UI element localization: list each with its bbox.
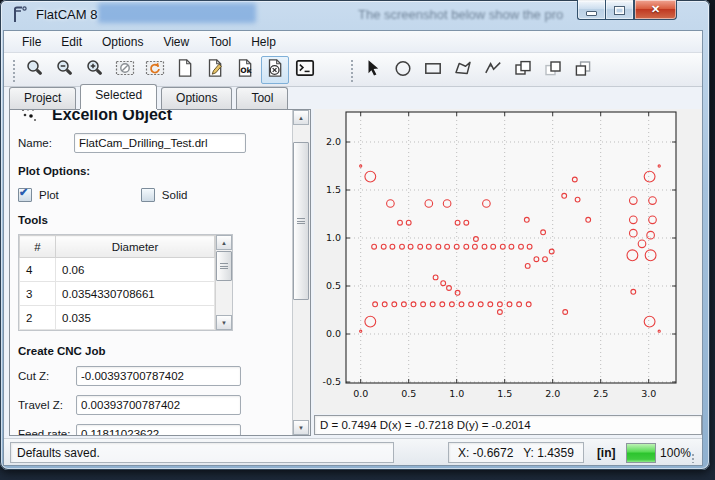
- tab-options[interactable]: Options: [161, 87, 232, 109]
- plot-column: 0.00.51.01.52.02.53.0-0.50.00.51.01.52.0…: [314, 109, 702, 436]
- draw-polygon-button[interactable]: [449, 56, 477, 84]
- menu-tool[interactable]: Tool: [199, 32, 241, 52]
- plot-checkbox[interactable]: Plot: [18, 188, 59, 202]
- zoom-fit-button[interactable]: [21, 56, 49, 84]
- draw-polyline-button[interactable]: [479, 56, 507, 84]
- clear-plot-icon: [115, 58, 135, 82]
- union-button[interactable]: [509, 56, 537, 84]
- table-cell[interactable]: 4: [20, 258, 56, 282]
- minimize-icon: [586, 11, 597, 16]
- table-row[interactable]: 30.0354330708661: [20, 282, 215, 306]
- tab-project[interactable]: Project: [9, 87, 76, 109]
- table-scrollbar[interactable]: ▲ ▼: [215, 235, 232, 330]
- svg-text:1.5: 1.5: [497, 388, 512, 399]
- svg-text:1.0: 1.0: [449, 388, 464, 399]
- solid-checkbox[interactable]: Solid: [141, 188, 188, 202]
- menu-help[interactable]: Help: [241, 32, 286, 52]
- delete-object-icon: [265, 58, 285, 82]
- toolbar-grip[interactable]: [349, 58, 355, 82]
- client-area: FileEditOptionsViewToolHelp Ok ProjectSe…: [3, 30, 703, 466]
- table-row[interactable]: 40.06: [20, 258, 215, 282]
- tab-tool[interactable]: Tool: [236, 87, 288, 109]
- name-label: Name:: [18, 137, 74, 149]
- toolbar-grip[interactable]: [11, 58, 17, 82]
- cut-button[interactable]: [569, 56, 597, 84]
- zoom-fit-icon: [25, 58, 45, 82]
- new-project-icon: [175, 58, 195, 82]
- shell-button[interactable]: [291, 56, 319, 84]
- subtract-button[interactable]: [539, 56, 567, 84]
- plot-checkbox-box[interactable]: [18, 188, 32, 202]
- table-scroll-thumb[interactable]: [216, 251, 232, 281]
- edit-project-icon: [205, 58, 225, 82]
- solid-checkbox-box[interactable]: [141, 188, 155, 202]
- coordinates-display: X: -0.6672 Y: 1.4359: [448, 442, 584, 463]
- column-header-diameter[interactable]: Diameter: [56, 236, 215, 258]
- resize-grip-icon[interactable]: [691, 453, 696, 463]
- ok-object-button[interactable]: Ok: [231, 56, 259, 84]
- svg-text:1.0: 1.0: [326, 232, 341, 243]
- tab-bar: ProjectSelectedOptionsTool: [4, 87, 702, 109]
- draw-circle-icon: [393, 58, 413, 82]
- cnc-field-input-0[interactable]: [76, 366, 241, 386]
- zoom-in-button[interactable]: [81, 56, 109, 84]
- menu-bar: FileEditOptionsViewToolHelp: [4, 31, 702, 53]
- excellon-form: Excellon Object Name: Plot Options: Plot: [10, 110, 292, 435]
- tools-table: #Diameter40.0630.035433070866120.035 ▲ ▼: [18, 234, 233, 331]
- progress-bar: [626, 443, 657, 463]
- table-scroll-up-icon[interactable]: ▲: [216, 235, 232, 250]
- svg-text:0.0: 0.0: [326, 328, 341, 339]
- zoom-out-button[interactable]: [51, 56, 79, 84]
- status-message: Defaults saved.: [10, 442, 394, 463]
- select-button[interactable]: [359, 56, 387, 84]
- delete-object-button[interactable]: [261, 56, 289, 84]
- title-bar[interactable]: The screenshot below show the pro FlatCA…: [0, 0, 710, 30]
- flatcam-logo-icon: [11, 5, 30, 24]
- minimize-button[interactable]: [577, 0, 605, 20]
- close-button[interactable]: ✕: [634, 0, 677, 20]
- table-scroll-down-icon[interactable]: ▼: [216, 315, 232, 330]
- table-cell[interactable]: 0.035: [56, 306, 215, 330]
- panel-scrollbar[interactable]: ▲ ▼: [292, 110, 310, 435]
- replot-button[interactable]: [141, 56, 169, 84]
- table-row[interactable]: 20.035: [20, 306, 215, 330]
- column-header-number[interactable]: #: [20, 236, 56, 258]
- tab-selected[interactable]: Selected: [80, 84, 157, 109]
- close-icon: ✕: [651, 3, 660, 16]
- excellon-drill-icon: [20, 110, 38, 124]
- table-cell[interactable]: 0.0354330708661: [56, 282, 215, 306]
- svg-text:0.5: 0.5: [326, 280, 341, 291]
- menu-options[interactable]: Options: [92, 32, 153, 52]
- subtract-icon: [543, 58, 563, 82]
- plot-checkbox-label: Plot: [39, 189, 59, 201]
- table-cell[interactable]: 0.06: [56, 258, 215, 282]
- plot-canvas[interactable]: 0.00.51.01.52.02.53.0-0.50.00.51.01.52.0: [314, 109, 702, 414]
- menu-file[interactable]: File: [12, 32, 51, 52]
- edit-project-button[interactable]: [201, 56, 229, 84]
- zoom-out-icon: [55, 58, 75, 82]
- draw-rectangle-button[interactable]: [419, 56, 447, 84]
- cnc-field-input-1[interactable]: [76, 395, 241, 415]
- draw-circle-button[interactable]: [389, 56, 417, 84]
- svg-text:-0.5: -0.5: [322, 376, 341, 387]
- clear-plot-button[interactable]: [111, 56, 139, 84]
- panel-scroll-down-icon[interactable]: ▼: [293, 420, 309, 435]
- selected-tab-panel: Excellon Object Name: Plot Options: Plot: [9, 109, 311, 436]
- table-cell[interactable]: 3: [20, 282, 56, 306]
- maximize-button[interactable]: [605, 0, 634, 20]
- flatcam-window: The screenshot below show the pro FlatCA…: [0, 0, 710, 470]
- menu-view[interactable]: View: [153, 32, 199, 52]
- svg-text:2.0: 2.0: [545, 388, 560, 399]
- svg-text:2.5: 2.5: [593, 388, 608, 399]
- window-title: FlatCAM 8: [36, 7, 97, 22]
- svg-text:0.0: 0.0: [353, 388, 368, 399]
- menu-edit[interactable]: Edit: [51, 32, 92, 52]
- table-cell[interactable]: 2: [20, 306, 56, 330]
- name-input[interactable]: [74, 133, 246, 153]
- cut-icon: [573, 58, 593, 82]
- cnc-field-input-2[interactable]: [76, 424, 241, 435]
- panel-scroll-thumb[interactable]: [293, 142, 309, 300]
- panel-scroll-up-icon[interactable]: ▲: [293, 110, 309, 125]
- new-project-button[interactable]: [171, 56, 199, 84]
- replot-icon: [145, 58, 165, 82]
